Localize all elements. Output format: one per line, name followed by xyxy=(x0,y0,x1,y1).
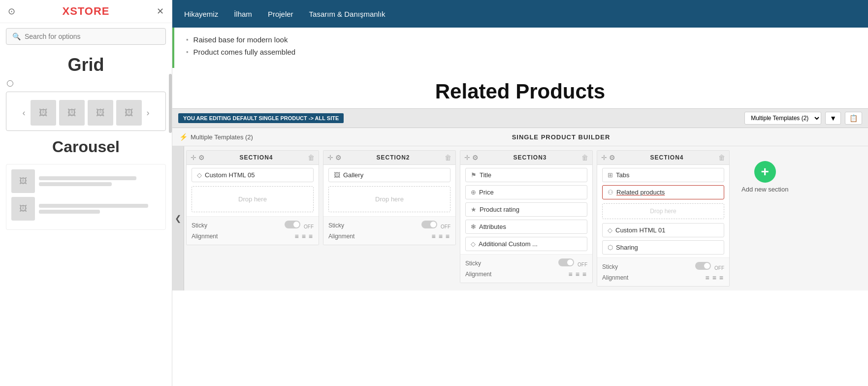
section-footer-2: Sticky OFF Alignment ≡ ≡ xyxy=(323,216,455,245)
line xyxy=(39,176,136,180)
editing-tag: YOU ARE EDITING DEFAULT SINGLE PRODUCT -… xyxy=(178,113,344,123)
nav-ilham[interactable]: İlham xyxy=(234,10,252,18)
product-bullets: ▪ Raised base for modern look ▪ Product … xyxy=(172,28,868,68)
alignment-row-3: Alignment ≡ ≡ ≡ xyxy=(465,270,587,279)
item-gallery[interactable]: 🖼 Gallery xyxy=(328,168,450,182)
drag-icon-4[interactable]: ✛ xyxy=(601,154,607,161)
item-custom-html-05[interactable]: ◇ Custom HTML 05 xyxy=(192,168,314,182)
dropdown-arrow[interactable]: ▼ xyxy=(825,112,841,125)
item-label: Product rating xyxy=(480,206,519,213)
gear-icon-1[interactable]: ⚙ xyxy=(198,154,205,161)
item-label: Custom HTML 05 xyxy=(205,171,255,179)
item-title[interactable]: ⚑ Title xyxy=(465,168,587,182)
templates-label: Multiple Templates (2) xyxy=(191,133,253,141)
collapse-icon: ❮ xyxy=(175,214,181,223)
sticky-toggle-4[interactable]: OFF xyxy=(695,262,724,271)
carousel-title: Carousel xyxy=(0,134,172,160)
item-label: Sharing xyxy=(616,244,638,251)
align-left-icon[interactable]: ≡ xyxy=(567,270,573,279)
item-label: Additional Custom ... xyxy=(479,240,538,248)
add-btn-circle[interactable]: + xyxy=(754,161,776,183)
sticky-row-3: Sticky OFF xyxy=(465,258,587,268)
bullet-2: ▪ Product comes fully assembled xyxy=(186,48,856,56)
item-product-rating[interactable]: ★ Product rating xyxy=(465,202,587,217)
trash-icon-2[interactable]: 🗑 xyxy=(445,154,451,161)
gear-icon-2[interactable]: ⚙ xyxy=(335,154,342,161)
align-center-icon[interactable]: ≡ xyxy=(301,232,307,241)
template-select[interactable]: Multiple Templates (2) xyxy=(744,112,821,125)
thumb-3: 🖼 xyxy=(88,100,113,126)
align-left-icon[interactable]: ≡ xyxy=(430,232,436,241)
nav-projeler[interactable]: Projeler xyxy=(268,10,293,18)
pin-icon[interactable]: ⊙ xyxy=(8,6,15,17)
section-header-3: ✛ ⚙ SECTION3 🗑 xyxy=(460,151,592,165)
drop-zone-1[interactable]: Drop here xyxy=(192,186,314,212)
related-icon: ⚇ xyxy=(608,189,613,196)
layout-radio[interactable] xyxy=(7,80,13,87)
section-footer-4: Sticky OFF Alignment ≡ ≡ xyxy=(597,257,729,286)
copy-icon[interactable]: 📋 xyxy=(845,112,862,125)
title-icon: ⚑ xyxy=(471,171,477,179)
bullet-text-2: Product comes fully assembled xyxy=(193,48,296,56)
add-btn-label: Add new section xyxy=(741,186,788,193)
next-arrow[interactable]: › xyxy=(145,107,152,119)
list-preview: 🖼 🖼 xyxy=(6,164,166,230)
gear-icon-3[interactable]: ⚙ xyxy=(472,154,479,161)
sticky-toggle-2[interactable]: OFF xyxy=(421,221,450,230)
item-attributes[interactable]: ❃ Attributes xyxy=(465,220,587,234)
section-footer-3: Sticky OFF Alignment ≡ ≡ xyxy=(460,254,592,283)
sticky-row-1: Sticky OFF xyxy=(192,221,314,230)
search-input[interactable] xyxy=(25,32,160,40)
item-custom-html-01[interactable]: ◇ Custom HTML 01 xyxy=(602,223,724,237)
drop-zone-4[interactable]: Drop here xyxy=(602,203,724,219)
item-sharing[interactable]: ⬡ Sharing xyxy=(602,240,724,255)
close-icon[interactable]: ✕ xyxy=(157,6,164,17)
align-center-icon[interactable]: ≡ xyxy=(438,232,444,241)
align-left-icon[interactable]: ≡ xyxy=(704,273,710,282)
trash-icon-4[interactable]: 🗑 xyxy=(718,154,725,161)
align-icons-1: ≡ ≡ ≡ xyxy=(293,232,314,241)
trash-icon-3[interactable]: 🗑 xyxy=(581,154,588,161)
section-name-2: SECTION2 xyxy=(344,154,443,161)
html-icon: ◇ xyxy=(197,171,202,179)
drag-icon-1[interactable]: ✛ xyxy=(191,154,196,161)
align-center-icon[interactable]: ≡ xyxy=(711,273,717,282)
align-center-icon[interactable]: ≡ xyxy=(575,270,580,279)
align-right-icon[interactable]: ≡ xyxy=(445,232,450,241)
list-lines-1 xyxy=(39,176,161,186)
drag-icon-3[interactable]: ✛ xyxy=(464,154,470,161)
trash-icon-1[interactable]: 🗑 xyxy=(308,154,315,161)
alignment-label-4: Alignment xyxy=(602,274,628,281)
collapse-toggle[interactable]: ❮ xyxy=(172,146,184,290)
scrollbar-handle[interactable] xyxy=(169,74,172,133)
align-icons-3: ≡ ≡ ≡ xyxy=(567,270,587,279)
add-new-section[interactable]: + Add new section xyxy=(741,161,788,193)
sticky-toggle-3[interactable]: OFF xyxy=(558,258,587,268)
sidebar: ⊙ XSTORE ✕ 🔍 Grid ‹ 🖼 🖼 🖼 🖼 › Carousel 🖼 xyxy=(0,0,172,386)
item-price[interactable]: ⊕ Price xyxy=(465,185,587,199)
alignment-row-4: Alignment ≡ ≡ ≡ xyxy=(602,273,724,282)
section-name-4: SECTION4 xyxy=(617,154,716,161)
main-content: Hikayemiz İlham Projeler Tasarım & Danış… xyxy=(172,0,868,386)
drop-zone-2[interactable]: Drop here xyxy=(328,186,450,212)
prev-arrow[interactable]: ‹ xyxy=(21,107,28,119)
align-left-icon[interactable]: ≡ xyxy=(293,232,299,241)
builder-columns: ✛ ⚙ SECTION4 🗑 ◇ Custom HTML 05 Drop her… xyxy=(184,146,798,290)
drag-icon-2[interactable]: ✛ xyxy=(327,154,333,161)
alignment-label-2: Alignment xyxy=(328,233,354,240)
align-right-icon[interactable]: ≡ xyxy=(718,273,724,282)
sticky-toggle-1[interactable]: OFF xyxy=(285,221,314,230)
item-tabs[interactable]: ⊞ Tabs xyxy=(602,168,724,182)
section-header-2: ✛ ⚙ SECTION2 🗑 xyxy=(323,151,455,165)
search-icon: 🔍 xyxy=(12,32,21,40)
item-related-products[interactable]: ⚇ Related products xyxy=(602,185,724,199)
search-box[interactable]: 🔍 xyxy=(6,28,166,45)
nav-tasarim[interactable]: Tasarım & Danışmanlık xyxy=(309,10,386,18)
align-right-icon[interactable]: ≡ xyxy=(308,232,314,241)
alignment-row-2: Alignment ≡ ≡ ≡ xyxy=(328,232,450,241)
gear-icon-4[interactable]: ⚙ xyxy=(609,154,615,161)
align-right-icon[interactable]: ≡ xyxy=(581,270,587,279)
nav-hikayemiz[interactable]: Hikayemiz xyxy=(184,10,218,18)
alignment-label-1: Alignment xyxy=(192,233,218,240)
item-additional-custom[interactable]: ◇ Additional Custom ... xyxy=(465,237,587,251)
